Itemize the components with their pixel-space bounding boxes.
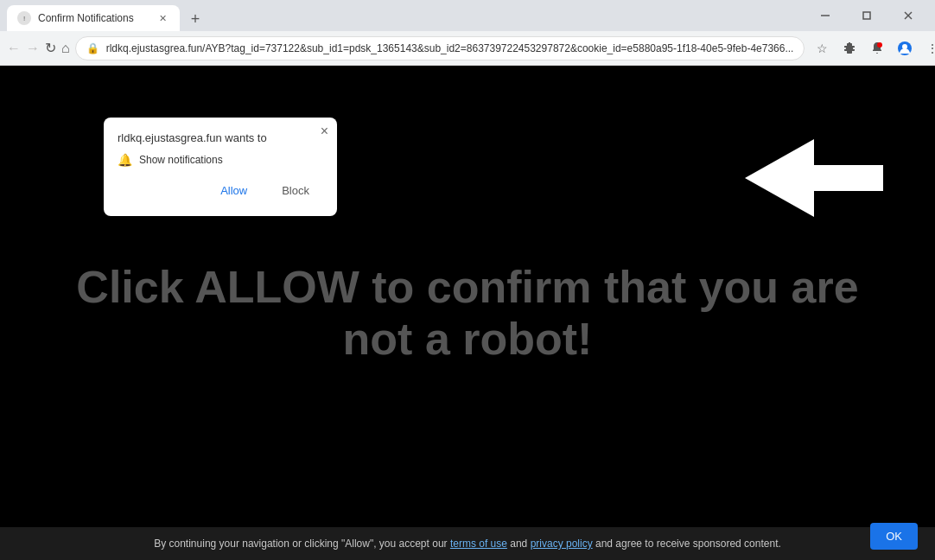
block-button[interactable]: Block [268,179,323,202]
extensions-button[interactable] [837,36,862,60]
home-button[interactable]: ⌂ [61,36,70,60]
ok-button[interactable]: OK [870,523,918,550]
svg-marker-9 [745,139,883,217]
maximize-button[interactable] [847,2,887,29]
svg-point-6 [877,42,882,48]
footer-text-after: and agree to receive sponsored content. [593,538,781,550]
lock-icon: 🔒 [86,42,99,54]
chrome-menu-button[interactable]: ⋮ [920,36,935,60]
arrow-graphic [745,135,883,225]
allow-button[interactable]: Allow [207,179,261,202]
title-bar: ! Confirm Notifications ✕ + [0,0,935,31]
refresh-button[interactable]: ↻ [45,36,56,60]
page-content: Click ALLOW to confirm that you are not … [0,66,935,560]
footer-text: By continuing your navigation or clickin… [154,538,781,550]
bell-icon: 🔔 [118,153,132,167]
account-button[interactable] [893,36,917,60]
address-bar: ← → ↻ ⌂ 🔒 rldkq.ejustasgrea.fun/AYB?tag_… [0,31,935,66]
tab-close-button[interactable]: ✕ [156,11,169,25]
alert-bell-button[interactable] [865,36,889,60]
browser-window: ! Confirm Notifications ✕ + ← → ↻ ⌂ 🔒 [0,0,935,560]
popup-buttons: Allow Block [118,179,323,202]
svg-rect-3 [863,12,870,19]
back-button[interactable]: ← [7,36,21,60]
new-tab-button[interactable]: + [183,7,207,31]
notification-popup: × rldkq.ejustasgrea.fun wants to 🔔 Show … [104,118,337,216]
window-controls [805,2,928,29]
show-notifications-label: Show notifications [139,154,223,166]
footer-bar: By continuing your navigation or clickin… [0,527,935,560]
main-heading: Click ALLOW to confirm that you are not … [47,261,888,365]
tab-area: ! Confirm Notifications ✕ + [7,0,802,31]
url-bar[interactable]: 🔒 rldkq.ejustasgrea.fun/AYB?tag_id=73712… [75,36,805,60]
popup-close-button[interactable]: × [321,124,328,138]
terms-of-use-link[interactable]: terms of use [450,538,507,550]
active-tab[interactable]: ! Confirm Notifications ✕ [7,5,180,31]
tab-favicon: ! [17,11,31,25]
address-bar-icons: ☆ ⋮ [810,36,935,60]
popup-notification-row: 🔔 Show notifications [118,153,323,167]
footer-text-before: By continuing your navigation or clickin… [154,538,450,550]
privacy-policy-link[interactable]: privacy policy [531,538,593,550]
popup-title: rldkq.ejustasgrea.fun wants to [118,131,323,144]
close-button[interactable] [888,2,928,29]
tab-title: Confirm Notifications [38,12,149,24]
svg-text:!: ! [23,15,25,22]
footer-text-between: and [507,538,531,550]
minimize-button[interactable] [805,2,845,29]
url-text: rldkq.ejustasgrea.fun/AYB?tag_id=737122&… [106,42,794,54]
forward-button[interactable]: → [26,36,40,60]
bookmark-star-button[interactable]: ☆ [810,36,834,60]
